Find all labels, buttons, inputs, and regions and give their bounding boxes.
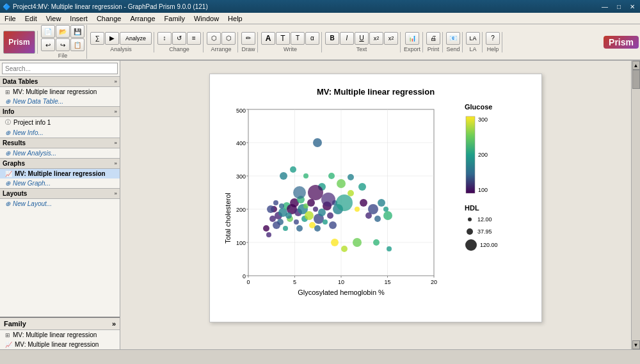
svg-rect-29 [466, 116, 475, 193]
menu-insert[interactable]: Insert [68, 14, 90, 23]
open-file-button[interactable]: 📂 [56, 25, 70, 38]
window-controls[interactable]: — □ ✕ [599, 3, 637, 10]
data-point [329, 221, 337, 229]
undo-button[interactable]: ↩ [41, 38, 55, 51]
menu-arrange[interactable]: Arrange [128, 14, 157, 23]
family-table-icon: ⊞ [5, 332, 10, 338]
sidebar-item-new-layout[interactable]: ⊕ New Layout... [0, 199, 120, 209]
scroll-track [632, 70, 640, 340]
right-scrollbar[interactable]: ▲ ▼ [631, 61, 640, 349]
superscript-button[interactable]: x2 [369, 32, 383, 45]
text-btn-alpha[interactable]: α [305, 32, 319, 45]
copy-button[interactable]: 📋 [70, 38, 84, 51]
svg-text:10: 10 [338, 279, 344, 285]
change-btn-3[interactable]: ≡ [187, 32, 201, 45]
print-button[interactable]: 🖨 [426, 32, 440, 45]
italic-button[interactable]: I [340, 32, 354, 45]
hdl-circle-small-svg [465, 214, 475, 225]
search-input[interactable] [2, 63, 118, 74]
help-button[interactable]: ? [486, 32, 500, 45]
underline-button[interactable]: U [355, 32, 369, 45]
scroll-thumb[interactable] [632, 70, 640, 89]
menu-window[interactable]: Window [192, 14, 221, 23]
export-button[interactable]: 📊 [405, 32, 419, 45]
change-btn-1[interactable]: ↕ [157, 32, 172, 45]
content-area: MV: Multiple linear regression Total cho… [120, 61, 631, 349]
family-item-1[interactable]: ⊞ MV: Multiple linear regression [0, 330, 120, 340]
arrange-btn-1[interactable]: ⬡ [207, 32, 221, 45]
menu-edit[interactable]: Edit [23, 14, 39, 23]
sidebar-item-new-analysis[interactable]: ⊕ New Analysis... [0, 148, 120, 158]
sidebar-section-data-tables[interactable]: Data Tables » [0, 76, 120, 87]
minimize-button[interactable]: — [599, 3, 611, 10]
subscript-button[interactable]: x2 [384, 32, 398, 45]
sidebar-item-new-graph[interactable]: ⊕ New Graph... [0, 178, 120, 188]
sidebar-item-new-info[interactable]: ⊕ New Info... [0, 128, 120, 138]
graphs-expand-icon: » [115, 161, 117, 166]
x-axis-label: Glycosylated hemoglobin % [298, 289, 385, 296]
text-btn-T2[interactable]: T [291, 32, 305, 45]
menu-help[interactable]: Help [226, 14, 244, 23]
prism-logo-button[interactable]: Prism [3, 31, 35, 54]
sidebar-section-results[interactable]: Results » [0, 138, 120, 148]
menu-change[interactable]: Change [95, 14, 124, 23]
sidebar-item-new-data-table[interactable]: ⊕ New Data Table... [0, 97, 120, 106]
la-button[interactable]: LA [466, 32, 480, 45]
sidebar-section-graphs[interactable]: Graphs » [0, 158, 120, 169]
sidebar-item-mv-data[interactable]: ⊞ MV: Multiple linear regression [0, 87, 120, 97]
data-point [331, 239, 339, 246]
family-label: Family [4, 320, 26, 328]
data-point [308, 185, 323, 200]
maximize-button[interactable]: □ [614, 3, 623, 10]
send-button[interactable]: 📧 [446, 32, 460, 45]
menu-view[interactable]: View [44, 14, 63, 23]
glucose-mid-label: 200 [478, 152, 488, 158]
new-layout-label: New Layout... [13, 200, 52, 207]
new-analysis-label: New Analysis... [13, 150, 56, 157]
family-item-2[interactable]: 📈 MV: Multiple linear regression [0, 340, 120, 349]
mv-data-label: MV: Multiple linear regression [13, 88, 97, 95]
svg-text:20: 20 [431, 279, 437, 285]
sidebar-item-project-info[interactable]: ⓘ Project info 1 [0, 117, 120, 128]
toolbar-label-la: LA [470, 46, 477, 52]
close-button[interactable]: ✕ [627, 3, 637, 10]
sidebar-section-layouts[interactable]: Layouts » [0, 188, 120, 199]
draw-btn[interactable]: ✏ [241, 32, 255, 45]
data-point [303, 173, 308, 178]
new-info-label: New Info... [13, 129, 44, 136]
data-point [337, 179, 346, 188]
menu-family[interactable]: Family [163, 14, 187, 23]
bold-button[interactable]: B [325, 32, 339, 45]
save-file-button[interactable]: 💾 [70, 25, 84, 38]
analysis-btn-1[interactable]: ∑ [90, 32, 104, 45]
hdl-circle-medium-svg [465, 226, 475, 237]
svg-point-32 [465, 239, 477, 251]
text-btn-A[interactable]: A [261, 32, 275, 45]
change-btn-2[interactable]: ↺ [172, 32, 186, 45]
data-point [327, 212, 333, 219]
svg-point-30 [468, 218, 472, 221]
colorbar-svg [465, 113, 476, 196]
redo-button[interactable]: ↪ [56, 38, 70, 51]
layouts-expand-icon: » [115, 191, 117, 196]
sidebar-item-mv-graph[interactable]: 📈 MV: Multiple linear regression [0, 169, 120, 178]
layouts-label: Layouts [3, 190, 27, 197]
data-point [360, 199, 367, 207]
scroll-up-button[interactable]: ▲ [632, 61, 640, 70]
sidebar: Data Tables » ⊞ MV: Multiple linear regr… [0, 61, 120, 349]
arrange-btn-2[interactable]: ⬡ [221, 32, 236, 45]
glucose-legend-title: Glucose [465, 103, 529, 111]
analysis-btn-2[interactable]: ▶ [105, 32, 119, 45]
graph-container: Total cholesterol [223, 103, 529, 309]
hdl-item-large: 120.00 [465, 239, 529, 251]
text-btn-T1[interactable]: T [276, 32, 290, 45]
analyze-button[interactable]: Analyze [120, 32, 152, 45]
toolbar-label-file: File [41, 52, 84, 59]
menu-file[interactable]: File [3, 14, 18, 23]
new-file-button[interactable]: 📄 [41, 25, 55, 38]
toolbar-section-print: 🖨 Print [424, 32, 443, 52]
status-bar [0, 349, 640, 362]
title-bar-left: 🔷 Project4:MV: Multiple linear regressio… [3, 3, 208, 10]
sidebar-section-info[interactable]: Info » [0, 106, 120, 117]
scroll-down-button[interactable]: ▼ [632, 340, 640, 349]
